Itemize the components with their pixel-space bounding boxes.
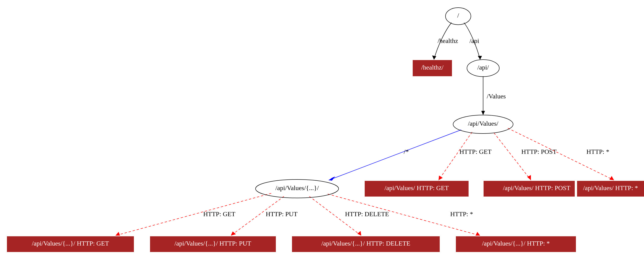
arrow-icon	[357, 231, 361, 235]
edge-label-healthz: /healthz	[438, 37, 458, 44]
node-api-values-label: /api/Values/	[468, 120, 498, 127]
node-id-delete-label: /api/Values/{...}/ HTTP: DELETE	[321, 240, 410, 247]
edge-label-id-get: HTTP: GET	[203, 210, 235, 217]
edge-label-id: /*	[404, 148, 409, 155]
node-id-star-label: /api/Values/{...}/ HTTP: *	[482, 240, 550, 247]
edge-label-id-delete: HTTP: DELETE	[345, 210, 389, 217]
node-api-values-get-label: /api/Values/ HTTP: GET	[384, 184, 449, 191]
edge-label-values-star: HTTP: *	[586, 148, 610, 155]
edge-values-to-id	[329, 130, 461, 180]
edge-id-to-get	[116, 193, 271, 235]
node-id-put-label: /api/Values/{...}/ HTTP: PUT	[174, 240, 251, 247]
diamond-icon	[329, 176, 335, 181]
routing-tree-diagram: /healthz /api /Values /* HTTP: GET HTTP:…	[0, 0, 644, 258]
node-root-label: /	[457, 12, 459, 19]
edge-label-values-get: HTTP: GET	[459, 148, 492, 155]
node-api-values-id-label: /api/Values/{...}/	[275, 184, 319, 191]
edge-values-to-get	[438, 132, 472, 180]
edge-label-id-star: HTTP: *	[450, 210, 473, 217]
edge-label-api: /api	[470, 37, 479, 44]
node-id-get-label: /api/Values/{...}/ HTTP: GET	[32, 240, 109, 247]
arrow-icon	[476, 232, 480, 235]
edge-label-id-put: HTTP: PUT	[266, 210, 298, 217]
arrow-icon	[438, 175, 443, 180]
arrow-icon	[481, 111, 485, 115]
arrow-icon	[478, 56, 482, 60]
arrow-icon	[432, 56, 436, 60]
node-api-values-star-label: /api/Values/ HTTP: *	[583, 184, 638, 191]
node-api-values-post-label: /api/Values/ HTTP: POST	[503, 184, 570, 191]
edge-label-values-post: HTTP: POST	[521, 148, 556, 155]
arrow-icon	[116, 232, 120, 235]
edge-values-to-post	[494, 133, 531, 180]
node-api-label: /api/	[477, 64, 489, 71]
edge-label-values: /Values	[487, 93, 506, 100]
node-healthz-label: /healthz/	[421, 64, 444, 71]
arrow-icon	[231, 231, 236, 235]
